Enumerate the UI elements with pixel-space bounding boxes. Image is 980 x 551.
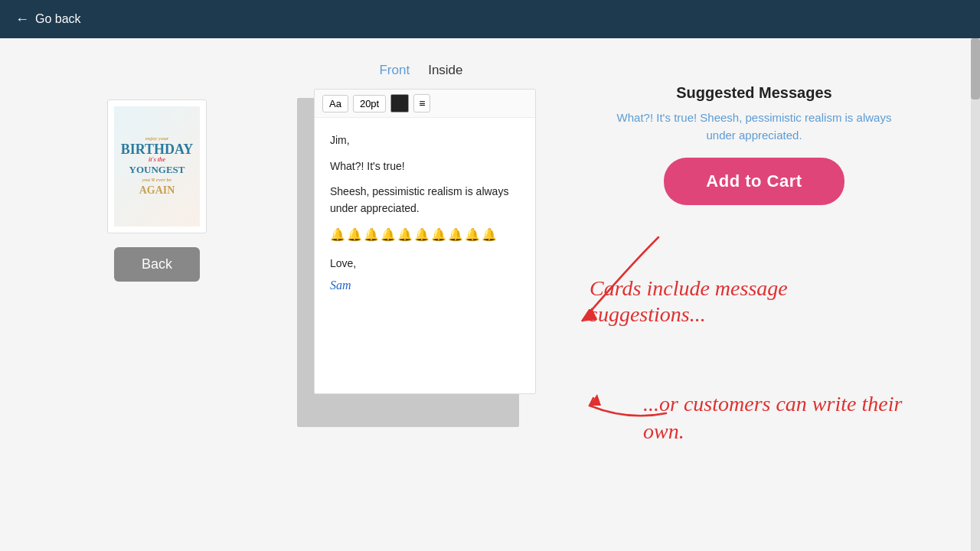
size-button[interactable]: 20pt xyxy=(353,95,386,112)
card-toolbar: Aa 20pt ≡ xyxy=(315,90,535,118)
main-content: enjoy your BIRTHDAY it's the YOUNGEST yo… xyxy=(0,38,980,551)
card-closing: Love, xyxy=(330,255,520,272)
card-page: Aa 20pt ≡ Jim, What?! It's true! Sheesh,… xyxy=(314,89,536,394)
card-thumbnail[interactable]: enjoy your BIRTHDAY it's the YOUNGEST yo… xyxy=(107,99,207,233)
center-panel: Front Inside Aa 20pt ≡ Jim, What?! It's … xyxy=(291,61,551,394)
card-content-area[interactable]: Jim, What?! It's true! Sheesh, pessimist… xyxy=(315,118,535,393)
card-message1: What?! It's true! xyxy=(330,158,520,174)
annotation-write-own: ...or customers can write their own. xyxy=(643,390,934,446)
back-arrow-icon: ← xyxy=(15,11,29,28)
tab-front[interactable]: Front xyxy=(376,61,413,80)
thumbnail-youngest: YOUNGEST xyxy=(121,164,194,177)
left-panel: enjoy your BIRTHDAY it's the YOUNGEST yo… xyxy=(107,99,207,282)
card-signature: Sam xyxy=(330,276,520,295)
suggested-title: Suggested Messages xyxy=(590,84,919,102)
right-panel: Suggested Messages What?! It's true! She… xyxy=(590,84,919,217)
svg-marker-1 xyxy=(590,394,601,406)
card-editor-wrapper: Aa 20pt ≡ Jim, What?! It's true! Sheesh,… xyxy=(291,89,551,394)
card-message2: Sheesh, pessimistic realism is always un… xyxy=(330,183,520,217)
annotation-message-suggestions: Cards include message suggestions... xyxy=(590,276,880,327)
thumbnail-youll: you'll ever be xyxy=(121,177,194,184)
tab-inside[interactable]: Inside xyxy=(425,61,466,80)
color-picker[interactable] xyxy=(390,94,409,112)
card-emojis: 🔔🔔🔔🔔🔔🔔🔔🔔🔔🔔 xyxy=(330,225,520,245)
add-to-cart-button[interactable]: Add to Cart xyxy=(664,158,844,205)
card-thumbnail-inner: enjoy your BIRTHDAY it's the YOUNGEST yo… xyxy=(114,106,200,227)
back-button[interactable]: Back xyxy=(114,247,200,282)
scrollbar[interactable] xyxy=(971,38,980,551)
font-button[interactable]: Aa xyxy=(322,95,348,112)
go-back-button[interactable]: ← Go back xyxy=(15,11,81,28)
card-greeting: Jim, xyxy=(330,132,520,148)
view-tabs: Front Inside xyxy=(291,61,551,80)
go-back-label: Go back xyxy=(35,12,81,26)
thumbnail-its: it's the xyxy=(121,156,194,164)
thumbnail-birthday: BIRTHDAY xyxy=(121,142,194,156)
topbar: ← Go back xyxy=(0,0,980,38)
thumbnail-again: AGAIN xyxy=(121,184,194,197)
align-button[interactable]: ≡ xyxy=(413,94,430,112)
scrollbar-thumb[interactable] xyxy=(971,38,980,99)
suggested-message: What?! It's true! Sheesh, pessimistic re… xyxy=(590,109,919,144)
